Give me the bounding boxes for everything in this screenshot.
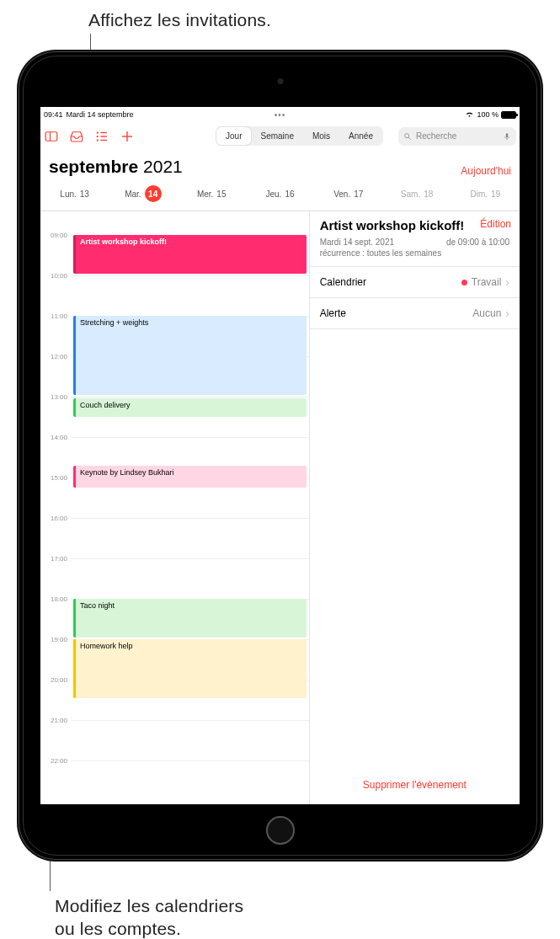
status-date: Mardi 14 septembre: [67, 110, 134, 119]
day-cell[interactable]: Jeu.16: [246, 185, 314, 202]
day-abbr: Sam.: [401, 189, 420, 199]
calendar-event[interactable]: Couch delivery: [73, 398, 307, 417]
inbox-button[interactable]: [64, 125, 89, 148]
multitask-dots-icon[interactable]: •••: [275, 110, 286, 120]
status-time: 09:41: [44, 110, 63, 119]
calendar-event[interactable]: Stretching + weights: [73, 316, 307, 395]
hour-grid-line: [71, 437, 309, 438]
home-button[interactable]: [266, 816, 295, 845]
day-cell[interactable]: Ven.17: [314, 185, 382, 202]
day-cell[interactable]: Mar.14: [109, 185, 177, 202]
main-content: 09:0010:0011:0012:0013:0014:0015:0016:00…: [40, 210, 520, 804]
hour-label: 22:00: [51, 757, 67, 765]
event-alert-label: Alerte: [320, 307, 346, 319]
month-year: 2021: [143, 157, 183, 176]
hour-label: 18:00: [51, 595, 67, 603]
event-detail-time: de 09:00 à 10:00: [446, 237, 509, 247]
hour-label: 21:00: [51, 717, 67, 724]
delete-event-button[interactable]: Supprimer l'évènement: [310, 767, 520, 804]
battery-percentage: 100 %: [477, 110, 499, 119]
battery-icon: [501, 111, 516, 119]
chevron-right-icon: ›: [505, 275, 509, 289]
timeline-grid[interactable]: Artist workshop kickoff!Stretching + wei…: [71, 210, 309, 804]
search-icon: [403, 132, 412, 141]
add-event-button[interactable]: [115, 125, 140, 148]
day-cell[interactable]: Sam.18: [382, 185, 451, 202]
calendar-event[interactable]: Artist workshop kickoff!: [73, 235, 307, 274]
day-number: 16: [285, 189, 294, 199]
svg-point-10: [405, 133, 409, 137]
day-number: 14: [145, 185, 162, 202]
hour-label: 14:00: [51, 434, 67, 441]
hour-grid-line: [71, 518, 309, 519]
svg-point-3: [97, 135, 99, 136]
day-cell[interactable]: Mer.15: [178, 185, 246, 202]
calendar-color-dot: [461, 280, 467, 285]
month-title[interactable]: septembre 2021: [49, 157, 183, 177]
svg-rect-12: [506, 133, 509, 137]
hour-grid-line: [71, 558, 309, 559]
day-abbr: Ven.: [333, 189, 350, 199]
event-alert-value: Aucun: [472, 307, 501, 319]
timeline-column[interactable]: 09:0010:0011:0012:0013:0014:0015:0016:00…: [40, 210, 309, 804]
hour-label: 11:00: [51, 312, 67, 320]
event-calendar-row[interactable]: Calendrier Travail ›: [310, 267, 520, 298]
screen: 09:41 Mardi 14 septembre 100 % •••: [40, 107, 520, 804]
hour-grid-line: [71, 760, 309, 761]
chevron-right-icon: ›: [505, 307, 509, 320]
event-detail-panel: Artist workshop kickoff! Édition Mardi 1…: [309, 210, 520, 804]
hour-label: 15:00: [51, 474, 67, 482]
event-detail-date: Mardi 14 sept. 2021: [320, 237, 394, 247]
hour-label: 19:00: [51, 636, 67, 643]
sidebar-toggle-button[interactable]: [40, 125, 64, 148]
day-abbr: Dim.: [470, 189, 488, 199]
view-month[interactable]: Mois: [303, 127, 339, 145]
event-alert-row[interactable]: Alerte Aucun ›: [310, 298, 520, 329]
svg-point-4: [97, 139, 99, 141]
day-cell[interactable]: Dim.19: [451, 185, 520, 202]
hour-label: 12:00: [51, 353, 67, 360]
hour-grid-line: [71, 720, 309, 721]
calendar-event[interactable]: Taco night: [73, 599, 307, 638]
day-abbr: Mer.: [197, 189, 213, 199]
calendar-event[interactable]: Keynote by Lindsey Bukhari: [73, 466, 307, 488]
wifi-icon: [465, 111, 474, 118]
callout-top: Affichez les invitations.: [88, 10, 271, 30]
hour-label: 09:00: [51, 232, 67, 239]
day-abbr: Lun.: [60, 189, 76, 199]
day-number: 19: [491, 189, 500, 199]
event-detail-title: Artist workshop kickoff!: [320, 218, 474, 232]
hour-grid-line: [71, 275, 309, 276]
edit-event-button[interactable]: Édition: [480, 218, 511, 230]
view-week[interactable]: Semaine: [251, 127, 302, 145]
event-calendar-label: Calendrier: [320, 276, 366, 288]
event-detail-recurrence: récurrence : toutes les semaines: [320, 248, 509, 258]
search-field[interactable]: Recherche: [398, 127, 516, 146]
day-number: 18: [424, 189, 433, 199]
day-number: 15: [216, 189, 226, 199]
svg-line-11: [408, 137, 411, 140]
today-button[interactable]: Aujourd'hui: [461, 165, 511, 177]
mic-icon[interactable]: [503, 131, 511, 141]
callout-bottom: Modifiez les calendriersou les comptes.: [55, 894, 243, 939]
svg-rect-0: [45, 131, 57, 141]
hour-grid-line: [71, 397, 309, 397]
toolbar: ••• Jour Semaine Mois Année Recherc: [40, 122, 520, 150]
day-abbr: Jeu.: [265, 189, 281, 199]
week-day-header[interactable]: Lun.13Mar.14Mer.15Jeu.16Ven.17Sam.18Dim.…: [40, 177, 520, 211]
view-day[interactable]: Jour: [216, 127, 251, 145]
view-segmented-control[interactable]: Jour Semaine Mois Année: [216, 126, 383, 146]
search-placeholder: Recherche: [416, 131, 456, 141]
calendar-event[interactable]: Homework help: [73, 639, 307, 698]
day-abbr: Mar.: [125, 189, 141, 199]
month-name: septembre: [49, 157, 138, 176]
list-view-button[interactable]: [89, 125, 115, 148]
hour-label: 13:00: [51, 393, 67, 401]
hour-label: 17:00: [51, 555, 67, 563]
day-cell[interactable]: Lun.13: [40, 185, 109, 202]
view-year[interactable]: Année: [339, 127, 382, 145]
hour-label: 20:00: [51, 676, 67, 684]
day-number: 17: [354, 189, 363, 199]
front-camera: [277, 78, 283, 84]
day-number: 13: [80, 189, 89, 199]
